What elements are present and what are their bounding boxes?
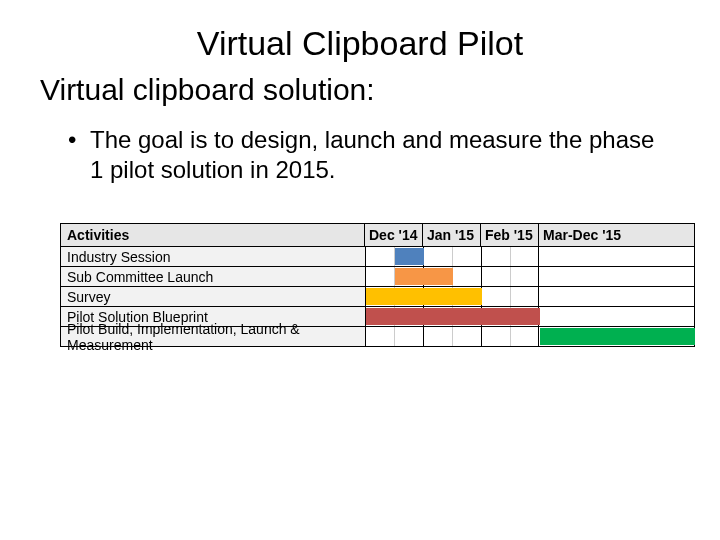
gantt-bar-survey [366,288,482,305]
timeline-cell [366,287,694,306]
bullet-list: The goal is to design, launch and measur… [68,125,660,185]
col-header-dec: Dec '14 [365,224,423,246]
bullet-item: The goal is to design, launch and measur… [68,125,660,185]
slide: Virtual Clipboard Pilot Virtual clipboar… [0,0,720,540]
gantt-row-sub-committee: Sub Committee Launch [61,266,694,286]
timeline-cell [366,247,694,266]
col-header-mardec: Mar-Dec '15 [539,224,694,246]
gantt-bar-blueprint [366,308,540,325]
col-header-timeline: Dec '14 Jan '15 Feb '15 Mar-Dec '15 [365,224,694,246]
timeline-cell [366,267,694,286]
gantt-row-survey: Survey [61,286,694,306]
timeline-cell [366,327,694,346]
timeline-cell [366,307,694,326]
gantt-header-row: Activities Dec '14 Jan '15 Feb '15 Mar-D… [61,224,694,246]
gantt-row-pilot-build: Pilot Build, Implementation, Launch & Me… [61,326,694,346]
activity-label: Pilot Build, Implementation, Launch & Me… [61,327,366,346]
col-header-jan: Jan '15 [423,224,481,246]
gantt-bar-sub-committee [395,268,453,285]
activity-label: Industry Session [61,247,366,266]
col-header-activities: Activities [61,224,365,246]
activity-label: Survey [61,287,366,306]
activity-label: Sub Committee Launch [61,267,366,286]
slide-subtitle: Virtual clipboard solution: [40,73,680,107]
col-header-feb: Feb '15 [481,224,539,246]
gantt-bar-pilot-build [540,328,695,345]
gantt-chart: Activities Dec '14 Jan '15 Feb '15 Mar-D… [60,223,695,347]
slide-title: Virtual Clipboard Pilot [40,24,680,63]
gantt-bar-industry-session [395,248,424,265]
gantt-row-industry-session: Industry Session [61,246,694,266]
